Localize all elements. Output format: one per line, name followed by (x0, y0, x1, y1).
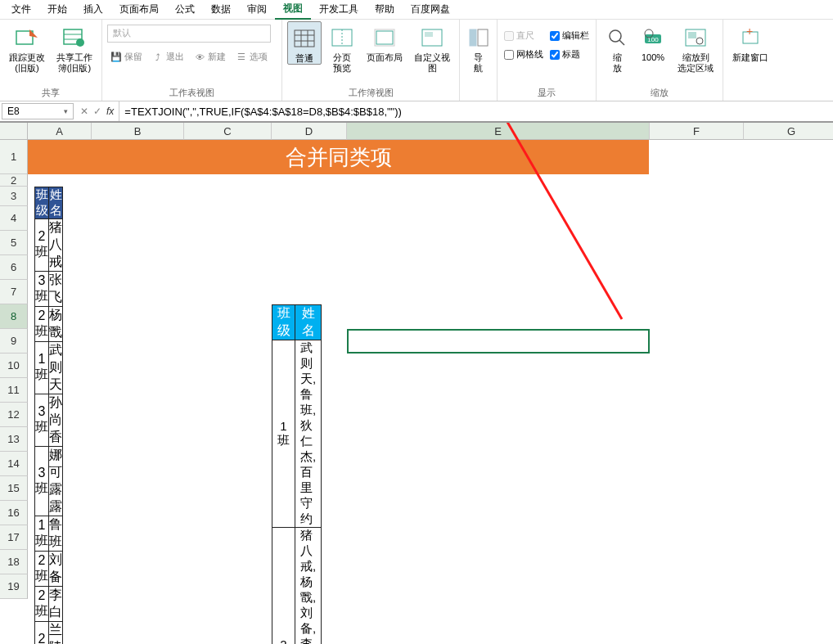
row-2[interactable]: 2 (0, 174, 28, 187)
menu-pagelayout[interactable]: 页面布局 (111, 0, 167, 19)
cell[interactable]: 杨戬 (49, 307, 63, 342)
cell[interactable]: 3班 (35, 394, 49, 447)
zoom-button[interactable]: 缩 放 (601, 21, 633, 74)
row-8[interactable]: 8 (0, 304, 28, 329)
cell[interactable]: 兰陵王 (49, 622, 63, 645)
cell[interactable]: 2班 (35, 307, 49, 342)
row-5[interactable]: 5 (0, 231, 28, 255)
normal-view-icon (291, 25, 317, 52)
row-6[interactable]: 6 (0, 255, 28, 280)
right-th-class[interactable]: 班级 (272, 305, 295, 340)
menu-baidu[interactable]: 百度网盘 (403, 0, 458, 19)
exit-icon: ⤴ (152, 52, 164, 63)
zoom-selection-button[interactable]: 缩放到 选定区域 (673, 21, 718, 74)
menu-view[interactable]: 视图 (275, 0, 311, 20)
headings-checkbox[interactable]: 标题 (548, 47, 591, 62)
col-B[interactable]: B (92, 123, 184, 140)
zoom-100-icon: 100 (640, 25, 666, 51)
left-th-name[interactable]: 姓名 (49, 187, 63, 219)
menu-bar: 文件 开始 插入 页面布局 公式 数据 审阅 视图 开发工具 帮助 百度网盘 (0, 0, 833, 20)
row-14[interactable]: 14 (0, 452, 28, 476)
sheetview-select[interactable]: 默认 (107, 25, 271, 43)
cell[interactable]: 李白 (49, 587, 63, 622)
column-headers: A B C D E F G (28, 123, 833, 140)
new-window-button[interactable]: + 新建窗口 (728, 21, 772, 63)
col-F[interactable]: F (650, 123, 744, 140)
exit-button[interactable]: ⤴退出 (149, 49, 187, 65)
cell[interactable]: 3班 (35, 447, 49, 516)
row-10[interactable]: 10 (0, 354, 28, 378)
new-button[interactable]: 👁新建 (191, 49, 229, 65)
row-18[interactable]: 18 (0, 550, 28, 574)
cell[interactable]: 2班 (35, 622, 49, 645)
cell[interactable]: 武则天,鲁班,狄仁杰,百里守约 (295, 340, 322, 528)
custom-view-button[interactable]: 自定义视图 (410, 21, 454, 74)
col-G[interactable]: G (744, 123, 833, 140)
menu-review[interactable]: 审阅 (239, 0, 275, 19)
name-box[interactable]: E8 (2, 103, 74, 119)
accept-formula-icon[interactable]: ✓ (93, 106, 101, 117)
keep-button[interactable]: 💾保留 (107, 49, 146, 65)
ruler-checkbox[interactable]: 直尺 (502, 28, 545, 43)
col-A[interactable]: A (28, 123, 92, 140)
cell[interactable]: 刘备 (49, 552, 63, 587)
menu-file[interactable]: 文件 (3, 0, 39, 19)
cell[interactable]: 鲁班 (49, 516, 63, 552)
editbar-checkbox[interactable]: 编辑栏 (548, 28, 591, 43)
zoom-icon (604, 25, 630, 51)
cell[interactable]: 娜可露露 (49, 447, 63, 516)
row-11[interactable]: 11 (0, 378, 28, 403)
cell[interactable]: 张飞 (49, 272, 63, 307)
left-th-class[interactable]: 班级 (35, 187, 49, 219)
cell[interactable]: 武则天 (49, 342, 63, 394)
cell[interactable]: 猪八戒 (49, 219, 63, 272)
row-7[interactable]: 7 (0, 280, 28, 304)
row-17[interactable]: 17 (0, 525, 28, 550)
gridlines-checkbox[interactable]: 网格线 (502, 47, 545, 62)
menu-insert[interactable]: 插入 (75, 0, 111, 19)
cell[interactable]: 3班 (35, 272, 49, 307)
row-1[interactable]: 1 (0, 140, 28, 174)
menu-formula[interactable]: 公式 (167, 0, 203, 19)
cell[interactable]: 猪八戒,杨戬,刘备,李白,兰陵王,宫本武藏 (295, 528, 322, 645)
row-19[interactable]: 19 (0, 574, 28, 599)
select-all-corner[interactable] (0, 123, 28, 140)
cell[interactable]: 孙尚香 (49, 394, 63, 447)
pagelayout-view-button[interactable]: 页面布局 (362, 21, 407, 63)
row-4[interactable]: 4 (0, 206, 28, 231)
cell[interactable]: 1班 (35, 342, 49, 394)
col-D[interactable]: D (272, 123, 347, 140)
svg-text:100: 100 (647, 36, 659, 43)
share-workbook-button[interactable]: 共享工作 簿(旧版) (52, 21, 97, 74)
cell[interactable]: 2班 (35, 587, 49, 622)
row-13[interactable]: 13 (0, 427, 28, 452)
col-E[interactable]: E (347, 123, 650, 140)
row-16[interactable]: 16 (0, 501, 28, 525)
options-button[interactable]: ☰选项 (232, 49, 271, 65)
menu-home[interactable]: 开始 (39, 0, 75, 19)
cell[interactable]: 2班 (35, 219, 49, 272)
row-9[interactable]: 9 (0, 329, 28, 354)
pagebreak-view-button[interactable]: 分页 预览 (325, 21, 359, 74)
track-changes-button[interactable]: 跟踪更改 (旧版) (5, 21, 49, 74)
fx-icon[interactable]: fx (106, 106, 114, 117)
menu-help[interactable]: 帮助 (367, 0, 403, 19)
row-3[interactable]: 3 (0, 187, 28, 206)
cell[interactable]: 2班 (272, 528, 295, 645)
right-th-name[interactable]: 姓名 (295, 305, 322, 340)
cell[interactable]: 2班 (35, 552, 49, 587)
cell[interactable]: 1班 (35, 516, 49, 552)
row-12[interactable]: 12 (0, 403, 28, 427)
menu-devtools[interactable]: 开发工具 (311, 0, 367, 19)
cell[interactable]: 1班 (272, 340, 295, 528)
formula-input[interactable] (119, 101, 833, 121)
row-15[interactable]: 15 (0, 476, 28, 501)
normal-view-button[interactable]: 普通 (287, 21, 322, 65)
title-cell[interactable]: 合并同类项 (28, 140, 649, 174)
zoom-100-button[interactable]: 100 100% (636, 21, 670, 63)
menu-data[interactable]: 数据 (203, 0, 239, 19)
cancel-formula-icon[interactable]: ✕ (80, 106, 88, 117)
nav-button[interactable]: 导 航 (464, 21, 493, 74)
worksheet[interactable]: A B C D E F G 1 2 3 4 5 6 7 8 9 10 11 12… (0, 123, 833, 643)
col-C[interactable]: C (184, 123, 272, 140)
